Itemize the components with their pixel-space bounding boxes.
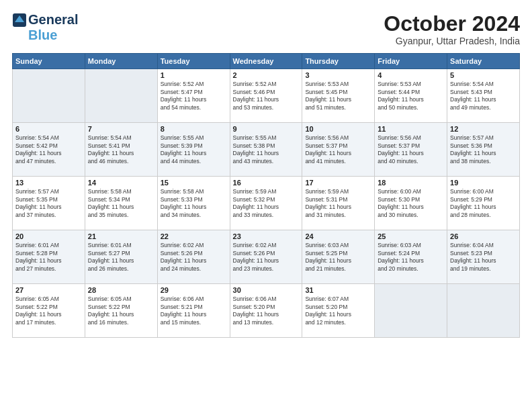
day-cell: 10Sunrise: 5:56 AMSunset: 5:37 PMDayligh…	[302, 123, 375, 177]
day-number: 15	[161, 179, 227, 187]
col-thursday: Thursday	[302, 54, 375, 69]
day-details: Sunrise: 6:02 AMSunset: 5:26 PMDaylight:…	[233, 242, 300, 273]
day-number: 28	[88, 286, 154, 294]
week-row-5: 27Sunrise: 6:05 AMSunset: 5:22 PMDayligh…	[13, 284, 520, 338]
day-details: Sunrise: 6:05 AMSunset: 5:22 PMDaylight:…	[88, 295, 154, 326]
day-number: 19	[450, 179, 517, 187]
col-saturday: Saturday	[447, 54, 520, 69]
day-cell: 7Sunrise: 5:54 AMSunset: 5:41 PMDaylight…	[85, 123, 157, 177]
day-cell: 6Sunrise: 5:54 AMSunset: 5:42 PMDaylight…	[13, 123, 85, 177]
day-cell: 28Sunrise: 6:05 AMSunset: 5:22 PMDayligh…	[85, 284, 157, 338]
day-number: 6	[15, 125, 82, 133]
day-cell	[375, 284, 447, 338]
day-details: Sunrise: 6:07 AMSunset: 5:20 PMDaylight:…	[305, 295, 371, 326]
day-cell: 1Sunrise: 5:52 AMSunset: 5:47 PMDaylight…	[157, 69, 230, 123]
logo-blue: Blue	[28, 28, 57, 43]
day-cell: 27Sunrise: 6:05 AMSunset: 5:22 PMDayligh…	[13, 284, 85, 338]
day-number: 4	[378, 71, 444, 79]
month-title: October 2024	[384, 12, 520, 36]
day-number: 18	[378, 179, 444, 187]
day-details: Sunrise: 6:06 AMSunset: 5:21 PMDaylight:…	[161, 295, 227, 326]
day-number: 22	[161, 232, 227, 240]
day-details: Sunrise: 5:59 AMSunset: 5:32 PMDaylight:…	[233, 188, 300, 219]
day-cell: 30Sunrise: 6:06 AMSunset: 5:20 PMDayligh…	[230, 284, 302, 338]
day-cell: 21Sunrise: 6:01 AMSunset: 5:27 PMDayligh…	[85, 230, 157, 284]
day-cell: 17Sunrise: 5:59 AMSunset: 5:31 PMDayligh…	[302, 177, 375, 230]
day-cell: 3Sunrise: 5:53 AMSunset: 5:45 PMDaylight…	[302, 69, 375, 123]
logo-general: General	[28, 12, 78, 28]
logo-icon	[12, 13, 27, 28]
day-details: Sunrise: 6:02 AMSunset: 5:26 PMDaylight:…	[161, 242, 227, 273]
col-tuesday: Tuesday	[157, 54, 230, 69]
day-details: Sunrise: 5:57 AMSunset: 5:36 PMDaylight:…	[450, 134, 517, 165]
day-cell: 8Sunrise: 5:55 AMSunset: 5:39 PMDaylight…	[157, 123, 230, 177]
day-details: Sunrise: 5:53 AMSunset: 5:45 PMDaylight:…	[305, 81, 371, 111]
day-details: Sunrise: 6:03 AMSunset: 5:24 PMDaylight:…	[378, 242, 444, 273]
day-number: 23	[233, 232, 300, 240]
day-details: Sunrise: 5:52 AMSunset: 5:47 PMDaylight:…	[161, 81, 227, 111]
day-number: 7	[88, 125, 154, 133]
day-details: Sunrise: 5:57 AMSunset: 5:35 PMDaylight:…	[15, 188, 82, 219]
header-row: Sunday Monday Tuesday Wednesday Thursday…	[13, 54, 520, 69]
day-details: Sunrise: 6:00 AMSunset: 5:29 PMDaylight:…	[450, 188, 517, 219]
day-number: 1	[161, 71, 227, 79]
day-number: 16	[233, 179, 300, 187]
day-number: 14	[88, 179, 154, 187]
day-number: 21	[88, 232, 154, 240]
day-details: Sunrise: 5:55 AMSunset: 5:39 PMDaylight:…	[161, 134, 227, 165]
day-details: Sunrise: 5:54 AMSunset: 5:41 PMDaylight:…	[88, 134, 154, 165]
day-details: Sunrise: 6:01 AMSunset: 5:27 PMDaylight:…	[88, 242, 154, 273]
day-cell: 22Sunrise: 6:02 AMSunset: 5:26 PMDayligh…	[157, 230, 230, 284]
day-number: 31	[305, 286, 371, 294]
day-number: 12	[450, 125, 517, 133]
day-details: Sunrise: 6:01 AMSunset: 5:28 PMDaylight:…	[15, 242, 82, 273]
day-details: Sunrise: 5:56 AMSunset: 5:37 PMDaylight:…	[305, 134, 371, 165]
day-number: 10	[305, 125, 371, 133]
col-monday: Monday	[85, 54, 157, 69]
day-details: Sunrise: 6:06 AMSunset: 5:20 PMDaylight:…	[233, 295, 300, 326]
day-cell: 19Sunrise: 6:00 AMSunset: 5:29 PMDayligh…	[447, 177, 520, 230]
day-cell: 20Sunrise: 6:01 AMSunset: 5:28 PMDayligh…	[13, 230, 85, 284]
day-details: Sunrise: 5:56 AMSunset: 5:37 PMDaylight:…	[378, 134, 444, 165]
day-number: 8	[161, 125, 227, 133]
day-cell: 24Sunrise: 6:03 AMSunset: 5:25 PMDayligh…	[302, 230, 375, 284]
day-number: 20	[15, 232, 82, 240]
day-details: Sunrise: 5:58 AMSunset: 5:34 PMDaylight:…	[88, 188, 154, 219]
day-details: Sunrise: 6:03 AMSunset: 5:25 PMDaylight:…	[305, 242, 371, 273]
day-cell: 31Sunrise: 6:07 AMSunset: 5:20 PMDayligh…	[302, 284, 375, 338]
day-details: Sunrise: 5:53 AMSunset: 5:44 PMDaylight:…	[378, 81, 444, 111]
day-number: 30	[233, 286, 300, 294]
col-friday: Friday	[375, 54, 447, 69]
col-sunday: Sunday	[13, 54, 85, 69]
day-cell	[85, 69, 157, 123]
col-wednesday: Wednesday	[230, 54, 302, 69]
day-cell: 13Sunrise: 5:57 AMSunset: 5:35 PMDayligh…	[13, 177, 85, 230]
day-cell	[447, 284, 520, 338]
day-number: 24	[305, 232, 371, 240]
day-number: 3	[305, 71, 371, 79]
day-cell: 9Sunrise: 5:55 AMSunset: 5:38 PMDaylight…	[230, 123, 302, 177]
day-cell: 12Sunrise: 5:57 AMSunset: 5:36 PMDayligh…	[447, 123, 520, 177]
week-row-1: 1Sunrise: 5:52 AMSunset: 5:47 PMDaylight…	[13, 69, 520, 123]
day-cell: 23Sunrise: 6:02 AMSunset: 5:26 PMDayligh…	[230, 230, 302, 284]
day-cell: 4Sunrise: 5:53 AMSunset: 5:44 PMDaylight…	[375, 69, 447, 123]
day-details: Sunrise: 5:54 AMSunset: 5:43 PMDaylight:…	[450, 81, 517, 111]
calendar-header: Sunday Monday Tuesday Wednesday Thursday…	[13, 54, 520, 69]
day-details: Sunrise: 5:58 AMSunset: 5:33 PMDaylight:…	[161, 188, 227, 219]
day-cell: 29Sunrise: 6:06 AMSunset: 5:21 PMDayligh…	[157, 284, 230, 338]
logo: General Blue	[12, 12, 78, 43]
day-number: 11	[378, 125, 444, 133]
day-cell: 15Sunrise: 5:58 AMSunset: 5:33 PMDayligh…	[157, 177, 230, 230]
day-details: Sunrise: 5:55 AMSunset: 5:38 PMDaylight:…	[233, 134, 300, 165]
day-cell: 26Sunrise: 6:04 AMSunset: 5:23 PMDayligh…	[447, 230, 520, 284]
day-number: 2	[233, 71, 300, 79]
day-number: 17	[305, 179, 371, 187]
header: General Blue October 2024 Gyanpur, Uttar…	[12, 12, 520, 46]
week-row-4: 20Sunrise: 6:01 AMSunset: 5:28 PMDayligh…	[13, 230, 520, 284]
day-number: 5	[450, 71, 517, 79]
day-number: 27	[15, 286, 82, 294]
day-cell: 2Sunrise: 5:52 AMSunset: 5:46 PMDaylight…	[230, 69, 302, 123]
week-row-2: 6Sunrise: 5:54 AMSunset: 5:42 PMDaylight…	[13, 123, 520, 177]
calendar-table: Sunday Monday Tuesday Wednesday Thursday…	[12, 53, 520, 338]
week-row-3: 13Sunrise: 5:57 AMSunset: 5:35 PMDayligh…	[13, 177, 520, 230]
